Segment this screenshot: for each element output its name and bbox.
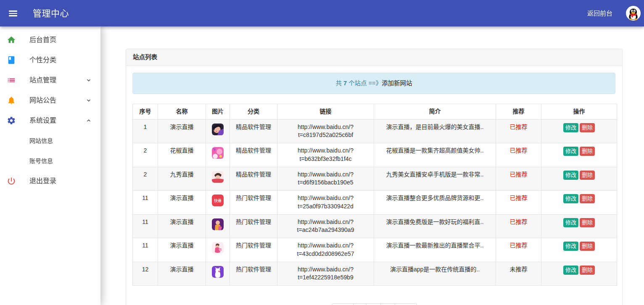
svg-text:快番: 快番 xyxy=(214,198,222,203)
